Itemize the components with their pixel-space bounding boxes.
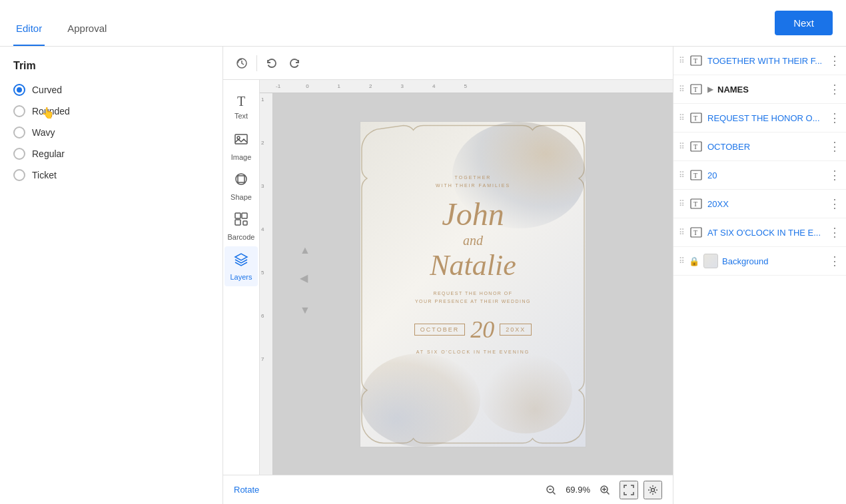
canvas-inner: 1 2 3 4 5 6 7 ◀ ▲ ▼	[260, 93, 673, 475]
radio-rounded-label: Rounded	[32, 106, 70, 117]
radio-rounded-circle[interactable]	[13, 105, 25, 117]
layer-item-atsix[interactable]: ⠿TAT SIX O'CLOCK IN THE E...⋮	[673, 218, 846, 247]
card-content: TOGETHERWITH THEIR FAMILIES John and Nat…	[360, 122, 586, 447]
layer-item-20[interactable]: ⠿T20⋮	[673, 161, 846, 190]
svg-rect-7	[235, 220, 240, 225]
header-tabs: Editor Approval	[13, 0, 109, 46]
scroll-up-indicator: ▲	[300, 244, 310, 256]
background-icon	[703, 254, 718, 268]
svg-rect-8	[243, 221, 247, 225]
layer-type-icon: T	[689, 196, 703, 211]
left-sidebar: T Text Image	[223, 80, 260, 475]
svg-line-15	[607, 492, 610, 495]
barcode-icon	[234, 212, 248, 230]
radio-curved[interactable]: Curved	[13, 84, 209, 96]
radio-wavy-circle[interactable]	[13, 126, 25, 138]
main-layout: Trim Curved Rounded 👆 Wavy Regular Ticke…	[0, 47, 846, 504]
sidebar-image-label: Image	[231, 153, 252, 161]
layer-more-button[interactable]: ⋮	[829, 53, 841, 68]
zoom-in-button[interactable]	[596, 481, 614, 499]
card-year: 20XX	[500, 324, 532, 336]
layer-more-button[interactable]: ⋮	[829, 254, 841, 268]
drag-handle: ⠿	[679, 228, 685, 237]
layer-name: NAMES	[717, 85, 825, 95]
bottom-toolbar: Rotate 69.9%	[223, 475, 673, 504]
layer-name: AT SIX O'CLOCK IN THE E...	[707, 228, 825, 238]
card-connector: and	[463, 233, 483, 248]
rotate-button[interactable]: Rotate	[234, 485, 259, 495]
sidebar-item-layers[interactable]: Layers	[224, 246, 258, 286]
svg-text:T: T	[693, 143, 697, 150]
settings-button[interactable]	[643, 481, 662, 499]
layer-more-button[interactable]: ⋮	[829, 168, 841, 182]
radio-ticket-label: Ticket	[32, 170, 57, 180]
layer-more-button[interactable]: ⋮	[829, 225, 841, 240]
canvas-scroll-area[interactable]: ◀ ▲ ▼	[273, 93, 673, 475]
header: Editor Approval Next	[0, 0, 846, 47]
shape-icon	[234, 172, 248, 190]
sidebar-item-barcode[interactable]: Barcode	[224, 206, 258, 246]
sidebar-item-image[interactable]: Image	[224, 126, 258, 166]
sidebar-barcode-label: Barcode	[228, 233, 255, 241]
layer-name: TOGETHER WITH THEIR F...	[707, 56, 825, 66]
radio-ticket-circle[interactable]	[13, 169, 25, 181]
history-button[interactable]	[231, 53, 252, 74]
radio-rounded[interactable]: Rounded 👆	[13, 105, 209, 117]
radio-regular-circle[interactable]	[13, 148, 25, 160]
sidebar-layers-label: Layers	[230, 273, 252, 281]
radio-curved-circle[interactable]	[13, 84, 25, 96]
center-column: T Text Image	[223, 47, 673, 504]
canvas-area: -1 0 1 2 3 4 5 1 2 3 4 5 6	[260, 80, 673, 475]
sidebar-text-label: Text	[234, 112, 248, 120]
svg-text:T: T	[693, 229, 697, 236]
sidebar-item-shape[interactable]: Shape	[224, 166, 258, 206]
radio-regular[interactable]: Regular	[13, 148, 209, 160]
svg-rect-4	[238, 176, 244, 182]
text-icon: T	[237, 94, 245, 109]
card-time: AT SIX O'CLOCK IN THE EVENING	[416, 350, 530, 354]
layer-item-names[interactable]: ⠿T▶NAMES⋮	[673, 75, 846, 104]
radio-wavy[interactable]: Wavy	[13, 126, 209, 138]
layer-item-background[interactable]: ⠿🔒Background⋮	[673, 247, 846, 276]
card-month: OCTOBER	[414, 324, 465, 336]
toolbar	[223, 47, 673, 80]
layer-name: 20	[707, 170, 825, 180]
radio-wavy-label: Wavy	[32, 127, 55, 138]
ruler-left: 1 2 3 4 5 6 7	[260, 93, 273, 475]
wedding-card: TOGETHERWITH THEIR FAMILIES John and Nat…	[360, 121, 586, 447]
sidebar-item-text[interactable]: T Text	[224, 87, 258, 126]
redo-button[interactable]	[284, 53, 305, 74]
layer-more-button[interactable]: ⋮	[829, 139, 841, 154]
next-button[interactable]: Next	[775, 11, 833, 35]
layer-more-button[interactable]: ⋮	[829, 82, 841, 97]
layer-item-request[interactable]: ⠿TREQUEST THE HONOR O...⋮	[673, 104, 846, 132]
layer-item-october[interactable]: ⠿TOCTOBER⋮	[673, 132, 846, 161]
radio-regular-label: Regular	[32, 148, 65, 159]
drag-handle: ⠿	[679, 113, 685, 123]
radio-ticket[interactable]: Ticket	[13, 169, 209, 181]
layer-name: OCTOBER	[707, 142, 825, 152]
drag-handle: ⠿	[679, 256, 685, 266]
layers-icon	[234, 252, 248, 270]
drag-handle: ⠿	[679, 142, 685, 151]
layer-type-icon: T	[689, 82, 703, 97]
expand-arrow[interactable]: ▶	[707, 85, 713, 94]
expand-button[interactable]	[620, 481, 638, 499]
svg-text:T: T	[693, 200, 697, 208]
sidebar-shape-label: Shape	[230, 193, 252, 201]
ruler-top: -1 0 1 2 3 4 5	[260, 80, 673, 93]
svg-text:T: T	[693, 115, 697, 122]
layer-more-button[interactable]: ⋮	[829, 111, 841, 125]
zoom-out-button[interactable]	[542, 481, 560, 499]
svg-line-11	[553, 492, 556, 495]
zoom-controls: 69.9%	[542, 481, 662, 499]
tab-editor[interactable]: Editor	[13, 23, 45, 46]
layer-item-20xx[interactable]: ⠿T20XX⋮	[673, 190, 846, 218]
layer-item-together[interactable]: ⠿TTOGETHER WITH THEIR F...⋮	[673, 47, 846, 75]
card-together-text: TOGETHERWITH THEIR FAMILIES	[436, 174, 510, 188]
layer-more-button[interactable]: ⋮	[829, 196, 841, 211]
undo-button[interactable]	[261, 53, 282, 74]
tab-approval[interactable]: Approval	[65, 23, 109, 46]
scroll-left-indicator: ◀	[300, 271, 308, 284]
right-panel: ⠿TTOGETHER WITH THEIR F...⋮⠿T▶NAMES⋮⠿TRE…	[673, 47, 846, 504]
